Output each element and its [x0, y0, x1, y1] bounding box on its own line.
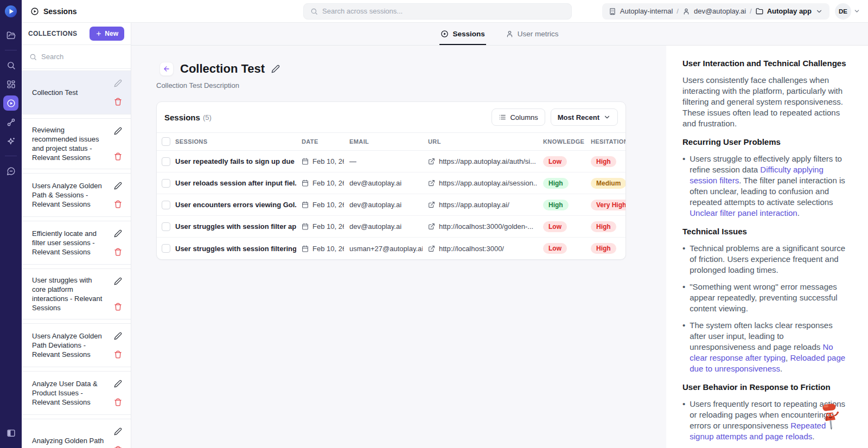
edit-collection-button[interactable]	[114, 427, 122, 436]
row-checkbox[interactable]	[162, 157, 170, 166]
account-menu[interactable]: DE	[835, 3, 860, 20]
row-checkbox[interactable]	[162, 201, 170, 209]
icon-rail	[0, 0, 22, 448]
collections-search-input[interactable]: Search	[22, 45, 131, 69]
session-title[interactable]: User struggles with session filtering ..…	[175, 245, 296, 253]
collapse-panel-button[interactable]	[3, 425, 18, 440]
columns-button[interactable]: Columns	[492, 108, 545, 126]
session-url[interactable]: https://app.autoplay.ai/session...	[439, 179, 538, 187]
edit-collection-button[interactable]	[114, 277, 122, 285]
sidebar-item-feedback[interactable]	[3, 163, 18, 178]
collection-item[interactable]: User struggles with core platform intera…	[22, 268, 131, 319]
session-title[interactable]: User encounters errors viewing Gol...	[175, 201, 296, 209]
collection-item[interactable]: Reviewing recommended issues and project…	[22, 118, 131, 169]
delete-collection-button[interactable]	[114, 398, 122, 406]
sessions-card-title: Sessions	[164, 113, 200, 122]
search-icon	[29, 53, 37, 61]
tab-sessions[interactable]: Sessions	[439, 23, 486, 45]
delete-collection-button[interactable]	[114, 248, 122, 256]
sidebar-item-ai[interactable]	[3, 133, 18, 149]
row-checkbox[interactable]	[162, 222, 170, 231]
column-header-date[interactable]: DATE	[302, 138, 349, 145]
collection-label: Users Analyze Golden Path Deviations - R…	[32, 331, 107, 359]
columns-button-label: Columns	[510, 113, 538, 121]
table-row[interactable]: User repeatedly fails to sign up due ...…	[157, 151, 626, 172]
collection-item[interactable]: Users Analyze Golden Path & Sessions - R…	[22, 173, 131, 217]
hesitation-badge: High	[591, 243, 616, 254]
session-url[interactable]: https://app.autoplay.ai/auth/si...	[439, 157, 536, 165]
pushpin-mascot-icon	[818, 401, 842, 431]
column-header-hesitation[interactable]: HESITATION	[591, 138, 626, 145]
session-email: usman+27@autoplay.ai	[349, 245, 423, 253]
delete-collection-button[interactable]	[114, 446, 122, 448]
tab-user-metrics[interactable]: User metrics	[505, 23, 560, 45]
back-button[interactable]	[159, 62, 174, 76]
rail-divider	[5, 156, 17, 156]
sidebar-item-search[interactable]	[3, 57, 18, 73]
session-date: Feb 10, 26	[312, 157, 344, 165]
list-icon	[499, 113, 506, 121]
delete-collection-button[interactable]	[114, 350, 122, 359]
session-date: Feb 10, 26	[312, 245, 344, 253]
collection-item[interactable]: Efficiently locate and filter user sessi…	[22, 221, 131, 265]
edit-collection-button[interactable]	[114, 127, 122, 135]
session-url[interactable]: https://app.autoplay.ai/	[439, 201, 509, 209]
insight-paragraph: Users consistently face challenges when …	[682, 75, 847, 129]
edit-collection-button[interactable]	[114, 182, 122, 190]
breadcrumb-user[interactable]: dev@autoplay.ai	[694, 7, 746, 15]
column-header-knowledge[interactable]: KNOWLEDGE	[543, 138, 591, 145]
insight-text: The system often lacks clear responses a…	[690, 321, 832, 351]
avatar[interactable]: DE	[835, 3, 851, 20]
edit-collection-button[interactable]	[114, 79, 122, 87]
chevron-down-icon[interactable]	[815, 8, 823, 15]
edit-collection-button[interactable]	[114, 380, 122, 388]
delete-collection-button[interactable]	[114, 152, 122, 161]
breadcrumb-project[interactable]: Autoplay app	[756, 7, 812, 15]
collection-label: Collection Test	[32, 88, 78, 97]
session-title[interactable]: User repeatedly fails to sign up due ...	[175, 157, 296, 165]
table-row[interactable]: User reloads session after input fiel...…	[157, 172, 626, 194]
collection-item[interactable]: Analyzing Golden Path	[22, 419, 131, 448]
column-header-url[interactable]: URL	[428, 138, 543, 145]
breadcrumb-org[interactable]: Autoplay-internal	[620, 7, 673, 15]
delete-collection-button[interactable]	[114, 98, 122, 106]
edit-title-button[interactable]	[271, 65, 280, 73]
insight-link[interactable]: Unclear filter panel interaction	[690, 208, 797, 217]
session-date: Feb 10, 26	[312, 201, 344, 209]
table-row[interactable]: User struggles with session filtering ..…	[157, 238, 626, 259]
delete-collection-button[interactable]	[114, 303, 122, 311]
collections-sidebar: COLLECTIONS New Search Collection Test	[22, 23, 131, 448]
session-url[interactable]: http://localhost:3000/	[439, 245, 504, 253]
global-search-input[interactable]: Search across sessions...	[303, 3, 572, 20]
sort-dropdown[interactable]: Most Recent	[551, 108, 618, 126]
session-date: Feb 10, 26	[312, 222, 344, 231]
session-title[interactable]: User reloads session after input fiel...	[175, 179, 296, 187]
collection-item[interactable]: Analyze User Data & Product Issues - Rel…	[22, 371, 131, 415]
session-url[interactable]: http://localhost:3000/golden-...	[439, 222, 533, 231]
sessions-card: Sessions (5) Columns Most Recent	[156, 101, 626, 260]
sidebar-item-dashboard[interactable]	[3, 76, 18, 92]
new-collection-button[interactable]: New	[90, 27, 124, 41]
select-all-checkbox[interactable]	[162, 137, 170, 146]
collection-item[interactable]: Collection Test	[22, 71, 131, 114]
row-checkbox[interactable]	[162, 244, 170, 253]
breadcrumb[interactable]: Autoplay-internal / dev@autoplay.ai / Au…	[602, 3, 829, 20]
sidebar-item-collections[interactable]	[3, 28, 18, 43]
table-row[interactable]: User encounters errors viewing Gol... Fe…	[157, 194, 626, 216]
edit-collection-button[interactable]	[114, 332, 122, 340]
plus-icon	[95, 30, 102, 37]
session-title[interactable]: User struggles with session filter ap...	[175, 222, 296, 231]
row-checkbox[interactable]	[162, 179, 170, 188]
column-header-sessions[interactable]: SESSIONS	[175, 138, 302, 145]
delete-collection-button[interactable]	[114, 200, 122, 208]
sidebar-item-flows[interactable]	[3, 114, 18, 130]
collection-item[interactable]: Users Analyze Golden Path Deviations - R…	[22, 323, 131, 367]
hesitation-badge: High	[591, 156, 616, 167]
column-header-email[interactable]: EMAIL	[349, 138, 428, 145]
external-link-icon	[428, 223, 435, 230]
sidebar-item-sessions[interactable]	[3, 95, 18, 111]
edit-collection-button[interactable]	[114, 229, 122, 238]
table-row[interactable]: User struggles with session filter ap...…	[157, 216, 626, 238]
collection-label: Users Analyze Golden Path & Sessions - R…	[32, 181, 107, 209]
tab-sessions-label: Sessions	[452, 30, 484, 38]
